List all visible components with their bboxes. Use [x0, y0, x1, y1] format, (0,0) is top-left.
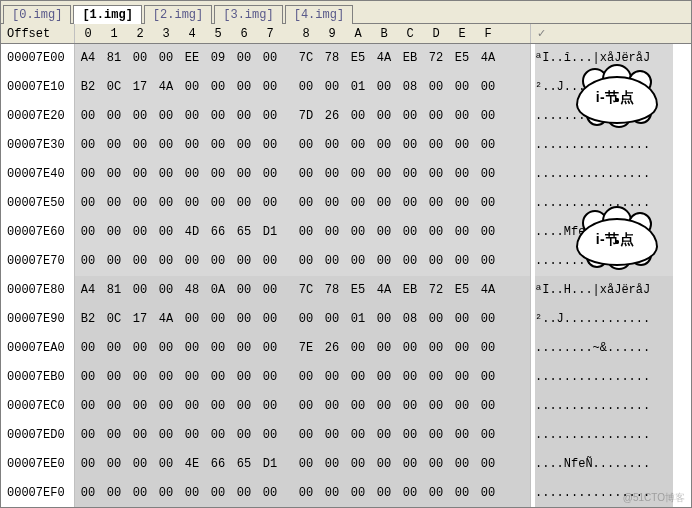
hex-byte[interactable]: 00: [205, 131, 231, 160]
hex-byte[interactable]: 48: [179, 276, 205, 305]
hex-byte[interactable]: 00: [345, 218, 371, 247]
hex-byte[interactable]: 81: [101, 276, 127, 305]
hex-row[interactable]: 000000004E6665D10000000000000000: [75, 450, 530, 479]
hex-byte[interactable]: 00: [127, 334, 153, 363]
hex-byte[interactable]: 00: [179, 160, 205, 189]
hex-byte[interactable]: 00: [75, 131, 101, 160]
hex-byte[interactable]: 00: [205, 392, 231, 421]
hex-byte[interactable]: 00: [345, 421, 371, 450]
hex-byte[interactable]: 00: [231, 392, 257, 421]
hex-byte[interactable]: 00: [345, 247, 371, 276]
hex-byte[interactable]: A4: [75, 276, 101, 305]
hex-byte[interactable]: 00: [397, 363, 423, 392]
hex-byte[interactable]: 00: [475, 131, 501, 160]
hex-byte[interactable]: 00: [475, 73, 501, 102]
hex-byte[interactable]: 00: [345, 479, 371, 507]
hex-row[interactable]: B20C174A000000000000010008000000: [75, 73, 530, 102]
hex-byte[interactable]: 00: [127, 421, 153, 450]
hex-byte[interactable]: 00: [153, 44, 179, 73]
hex-byte[interactable]: 00: [231, 276, 257, 305]
hex-byte[interactable]: 00: [179, 305, 205, 334]
hex-byte[interactable]: 00: [257, 44, 283, 73]
hex-byte[interactable]: 00: [423, 189, 449, 218]
hex-byte[interactable]: 00: [293, 305, 319, 334]
hex-byte[interactable]: 00: [475, 479, 501, 507]
hex-byte[interactable]: 00: [371, 305, 397, 334]
hex-byte[interactable]: 00: [205, 334, 231, 363]
hex-byte[interactable]: 00: [205, 102, 231, 131]
hex-byte[interactable]: 00: [127, 44, 153, 73]
tab-1-img[interactable]: [1.img]: [73, 5, 141, 24]
hex-byte[interactable]: 00: [449, 392, 475, 421]
hex-byte[interactable]: 72: [423, 276, 449, 305]
hex-byte[interactable]: 00: [101, 160, 127, 189]
hex-byte[interactable]: 00: [101, 102, 127, 131]
hex-byte[interactable]: 00: [179, 363, 205, 392]
hex-byte[interactable]: 00: [75, 189, 101, 218]
tab-2-img[interactable]: [2.img]: [144, 5, 212, 24]
ascii-column-header[interactable]: ✓: [531, 27, 691, 40]
hex-byte[interactable]: 00: [257, 363, 283, 392]
hex-byte[interactable]: 00: [423, 305, 449, 334]
hex-byte[interactable]: 00: [231, 189, 257, 218]
hex-byte[interactable]: 00: [101, 479, 127, 507]
hex-byte[interactable]: 00: [257, 247, 283, 276]
hex-byte[interactable]: 00: [179, 421, 205, 450]
hex-byte[interactable]: 00: [101, 189, 127, 218]
hex-byte[interactable]: 00: [293, 189, 319, 218]
hex-byte[interactable]: 00: [127, 131, 153, 160]
hex-byte[interactable]: 00: [371, 247, 397, 276]
hex-byte[interactable]: 00: [423, 73, 449, 102]
hex-byte[interactable]: 00: [423, 218, 449, 247]
hex-byte[interactable]: 00: [205, 247, 231, 276]
hex-byte[interactable]: 00: [319, 218, 345, 247]
hex-byte[interactable]: 00: [449, 73, 475, 102]
hex-byte[interactable]: 00: [423, 334, 449, 363]
hex-byte[interactable]: 00: [205, 160, 231, 189]
hex-col-5[interactable]: 5: [205, 27, 231, 41]
hex-col-E[interactable]: E: [449, 27, 475, 41]
hex-col-2[interactable]: 2: [127, 27, 153, 41]
hex-byte[interactable]: 00: [319, 131, 345, 160]
hex-byte[interactable]: 00: [371, 363, 397, 392]
hex-byte[interactable]: 00: [449, 421, 475, 450]
hex-byte[interactable]: 00: [101, 247, 127, 276]
hex-byte[interactable]: D1: [257, 450, 283, 479]
hex-byte[interactable]: 00: [293, 363, 319, 392]
hex-col-8[interactable]: 8: [293, 27, 319, 41]
hex-byte[interactable]: 00: [257, 334, 283, 363]
hex-byte[interactable]: 00: [153, 131, 179, 160]
hex-byte[interactable]: 00: [127, 479, 153, 507]
hex-byte[interactable]: 00: [153, 479, 179, 507]
hex-col-9[interactable]: 9: [319, 27, 345, 41]
hex-byte[interactable]: 00: [319, 450, 345, 479]
hex-byte[interactable]: 7C: [293, 44, 319, 73]
hex-byte[interactable]: 00: [371, 392, 397, 421]
hex-row[interactable]: 00000000000000000000000000000000: [75, 189, 530, 218]
hex-byte[interactable]: 00: [127, 363, 153, 392]
hex-byte[interactable]: 66: [205, 450, 231, 479]
hex-col-1[interactable]: 1: [101, 27, 127, 41]
hex-byte[interactable]: 00: [293, 421, 319, 450]
hex-byte[interactable]: 00: [449, 450, 475, 479]
hex-byte[interactable]: 00: [371, 450, 397, 479]
hex-row[interactable]: 00000000000000000000000000000000: [75, 421, 530, 450]
hex-byte[interactable]: 00: [449, 247, 475, 276]
hex-byte[interactable]: 00: [423, 392, 449, 421]
hex-byte[interactable]: 00: [101, 363, 127, 392]
hex-byte[interactable]: 4A: [153, 305, 179, 334]
hex-byte[interactable]: 00: [345, 363, 371, 392]
hex-byte[interactable]: 00: [153, 392, 179, 421]
hex-byte[interactable]: 4D: [179, 218, 205, 247]
hex-row[interactable]: 000000004D6665D10000000000000000: [75, 218, 530, 247]
hex-byte[interactable]: 00: [423, 421, 449, 450]
hex-byte[interactable]: 00: [231, 334, 257, 363]
offset-column-header[interactable]: Offset: [1, 24, 75, 43]
hex-byte[interactable]: 00: [127, 247, 153, 276]
hex-byte[interactable]: 00: [231, 421, 257, 450]
hex-byte[interactable]: 00: [293, 131, 319, 160]
hex-byte[interactable]: 00: [475, 450, 501, 479]
hex-byte[interactable]: 00: [475, 392, 501, 421]
hex-byte[interactable]: 00: [423, 363, 449, 392]
hex-byte[interactable]: 26: [319, 334, 345, 363]
